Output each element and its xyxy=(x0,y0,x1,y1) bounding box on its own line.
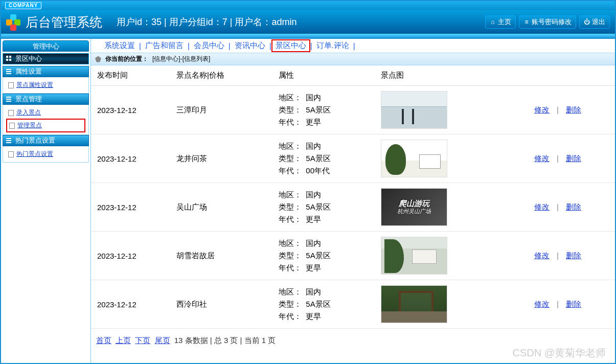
nav-item[interactable]: 资讯中心 xyxy=(231,41,269,51)
top-strip: COMPANY xyxy=(1,1,615,10)
user-info: 用户id：35 | 用户分组id：7 | 用户名：admin xyxy=(117,16,296,28)
list-icon xyxy=(6,69,12,75)
cell-img xyxy=(375,134,528,183)
sidebar-item-link[interactable]: 热门景点设置 xyxy=(16,150,53,158)
top-nav: 系统设置 | 广告和留言 | 会员中心 | 资讯中心 | 景区中心 | 订单.评… xyxy=(91,39,615,53)
cell-name: 龙井问茶 xyxy=(170,134,272,183)
grid-icon xyxy=(6,56,12,62)
cell-actions: 修改|删除 xyxy=(528,134,615,183)
cell-name: 吴山广场 xyxy=(170,183,272,232)
cell-name: 西泠印社 xyxy=(170,280,272,329)
cell-attr: 地区： 国内类型： 5A景区年代： 00年代 xyxy=(272,134,375,183)
cell-img xyxy=(375,86,528,134)
nav-item[interactable]: 订单.评论 xyxy=(312,41,353,51)
cell-img xyxy=(375,232,528,280)
cell-time: 2023-12-12 xyxy=(91,134,170,183)
pager-last[interactable]: 尾页 xyxy=(155,336,170,345)
sidebar-item[interactable]: 管理景点 xyxy=(6,119,85,132)
sidebar: 管理中心 景区中心 属性设置景点属性设置景点管理录入景点管理景点热门景点设置热门… xyxy=(1,39,90,363)
sub-header-strip xyxy=(1,35,615,39)
list-icon xyxy=(6,96,12,102)
edit-link[interactable]: 修改 xyxy=(534,154,550,163)
home-button[interactable]: ⌂ 主页 xyxy=(485,15,516,29)
th-time: 发布时间 xyxy=(91,65,170,86)
cell-time: 2023-12-12 xyxy=(91,183,170,232)
header-bar: 后台管理系统 用户id：35 | 用户分组id：7 | 用户名：admin ⌂ … xyxy=(1,10,615,35)
nav-separator: | xyxy=(353,41,355,50)
pager-prev[interactable]: 上页 xyxy=(116,336,131,345)
doc-icon xyxy=(8,82,14,88)
cell-name: 三潭印月 xyxy=(170,86,272,134)
delete-link[interactable]: 删除 xyxy=(566,202,581,211)
cell-time: 2023-12-12 xyxy=(91,280,170,329)
nav-item[interactable]: 系统设置 xyxy=(100,41,139,51)
table-row: 2023-12-12胡雪岩故居地区： 国内类型： 5A景区年代： 更早修改|删除 xyxy=(91,232,615,280)
th-attr: 属性 xyxy=(272,65,375,86)
delete-link[interactable]: 删除 xyxy=(566,154,581,163)
power-icon: ⏻ xyxy=(584,19,590,25)
breadcrumb: 你当前的位置： [信息中心]-[信息列表] xyxy=(91,53,615,65)
sidebar-group-header[interactable]: 属性设置 xyxy=(3,66,89,77)
list-icon xyxy=(6,138,12,144)
sidebar-item[interactable]: 录入景点 xyxy=(6,107,85,119)
table-row: 2023-12-12三潭印月地区： 国内类型： 5A景区年代： 更早修改|删除 xyxy=(91,86,615,134)
cell-attr: 地区： 国内类型： 5A景区年代： 更早 xyxy=(272,86,375,134)
th-act xyxy=(528,65,615,86)
sidebar-section-label: 景区中心 xyxy=(15,54,42,63)
cell-time: 2023-12-12 xyxy=(91,232,170,280)
home-icon: ⌂ xyxy=(490,19,496,25)
sidebar-group-label: 景点管理 xyxy=(15,95,42,104)
sidebar-item[interactable]: 热门景点设置 xyxy=(6,148,85,160)
thumbnail xyxy=(381,140,447,177)
sidebar-title: 管理中心 xyxy=(3,40,89,52)
nav-item[interactable]: 会员中心 xyxy=(190,41,229,51)
sidebar-item-link[interactable]: 景点属性设置 xyxy=(16,81,53,89)
sidebar-group-header[interactable]: 热门景点设置 xyxy=(3,135,89,146)
cell-name: 胡雪岩故居 xyxy=(170,232,272,280)
nav-item[interactable]: 广告和留言 xyxy=(141,41,188,51)
breadcrumb-prefix: 你当前的位置： xyxy=(105,55,148,63)
pager: 首页 上页 下页 尾页 13 条数据 | 总 3 页 | 当前 1 页 xyxy=(91,329,615,353)
th-name: 景点名称|价格 xyxy=(170,65,272,86)
cell-attr: 地区： 国内类型： 5A景区年代： 更早 xyxy=(272,183,375,232)
data-table: 发布时间 景点名称|价格 属性 景点图 2023-12-12三潭印月地区： 国内… xyxy=(91,65,615,329)
delete-link[interactable]: 删除 xyxy=(566,300,581,308)
sidebar-section-header[interactable]: 景区中心 xyxy=(3,53,89,64)
list-icon: ≡ xyxy=(523,19,530,25)
th-img: 景点图 xyxy=(375,65,528,86)
content-column: 系统设置 | 广告和留言 | 会员中心 | 资讯中心 | 景区中心 | 订单.评… xyxy=(90,39,615,363)
table-row: 2023-12-12龙井问茶地区： 国内类型： 5A景区年代： 00年代修改|删… xyxy=(91,134,615,183)
app-title: 后台管理系统 xyxy=(26,14,102,31)
sidebar-group-header[interactable]: 景点管理 xyxy=(3,94,89,105)
pin-icon xyxy=(95,56,101,62)
thumbnail: 爬山游玩杭州吴山广场 xyxy=(381,188,447,226)
divider: | xyxy=(557,202,559,211)
doc-icon xyxy=(8,110,14,116)
table-row: 2023-12-12吴山广场地区： 国内类型： 5A景区年代： 更早爬山游玩杭州… xyxy=(91,183,615,232)
edit-link[interactable]: 修改 xyxy=(534,105,550,114)
cell-actions: 修改|删除 xyxy=(528,183,615,232)
edit-link[interactable]: 修改 xyxy=(534,251,550,260)
thumbnail xyxy=(381,91,447,129)
divider: | xyxy=(557,105,559,114)
sidebar-item[interactable]: 景点属性设置 xyxy=(6,79,85,91)
password-button[interactable]: ≡ 账号密码修改 xyxy=(519,15,576,29)
logo-icon xyxy=(6,14,21,30)
divider: | xyxy=(557,154,559,163)
pager-first[interactable]: 首页 xyxy=(96,336,111,345)
logout-label: 退出 xyxy=(592,17,605,27)
sidebar-item-link[interactable]: 录入景点 xyxy=(16,108,41,117)
thumbnail xyxy=(381,237,447,275)
sidebar-item-link[interactable]: 管理景点 xyxy=(17,121,42,130)
delete-link[interactable]: 删除 xyxy=(566,251,581,260)
logout-button[interactable]: ⏻ 退出 xyxy=(579,15,610,29)
edit-link[interactable]: 修改 xyxy=(534,300,550,308)
pager-info: 13 条数据 | 总 3 页 | 当前 1 页 xyxy=(174,336,276,345)
delete-link[interactable]: 删除 xyxy=(566,105,581,114)
pager-next[interactable]: 下页 xyxy=(135,336,150,345)
edit-link[interactable]: 修改 xyxy=(534,202,550,211)
home-label: 主页 xyxy=(498,17,511,27)
cell-img xyxy=(375,280,528,329)
breadcrumb-trail: [信息中心]-[信息列表] xyxy=(152,55,210,63)
nav-item[interactable]: 景区中心 xyxy=(271,39,310,52)
